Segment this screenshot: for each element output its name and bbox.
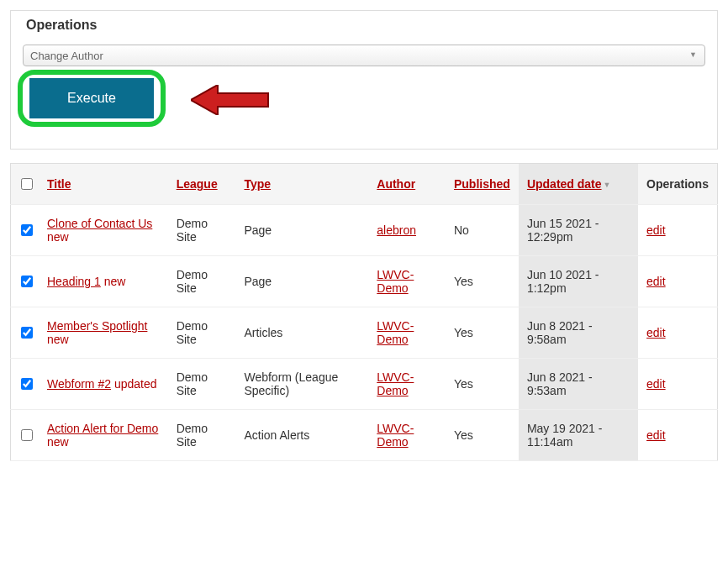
table-row: Heading 1 newDemo SitePageLWVC-DemoYesJu… bbox=[11, 256, 718, 307]
published-cell: Yes bbox=[446, 359, 519, 410]
select-all-header bbox=[11, 164, 40, 205]
operations-legend: Operations bbox=[23, 18, 100, 32]
published-cell: Yes bbox=[446, 410, 519, 461]
edit-link[interactable]: edit bbox=[646, 428, 666, 442]
header-published[interactable]: Published bbox=[446, 164, 519, 205]
title-link[interactable]: Clone of Contact Us bbox=[47, 217, 152, 230]
svg-marker-0 bbox=[191, 85, 268, 115]
operations-cell: edit bbox=[638, 205, 717, 256]
operations-cell: edit bbox=[638, 359, 717, 410]
header-operations: Operations bbox=[638, 164, 717, 205]
row-checkbox[interactable] bbox=[21, 276, 33, 287]
author-link[interactable]: alebron bbox=[377, 223, 416, 237]
author-cell: LWVC-Demo bbox=[368, 307, 446, 359]
row-checkbox[interactable] bbox=[21, 378, 33, 390]
table-row: Webform #2 updatedDemo SiteWebform (Leag… bbox=[11, 359, 718, 410]
operations-cell: edit bbox=[638, 256, 717, 307]
updated-cell: Jun 8 2021 - 9:58am bbox=[519, 307, 638, 359]
type-cell: Page bbox=[235, 256, 368, 307]
table-row: Action Alert for Demo newDemo SiteAction… bbox=[11, 410, 718, 461]
title-cell: Heading 1 new bbox=[39, 256, 168, 307]
title-suffix: new bbox=[101, 275, 126, 288]
updated-cell: Jun 15 2021 - 12:29pm bbox=[519, 205, 638, 256]
title-cell: Clone of Contact Us new bbox=[39, 205, 168, 256]
type-cell: Webform (League Specific) bbox=[235, 359, 368, 410]
row-checkbox-cell bbox=[11, 410, 40, 461]
operation-select-wrap: Change Author bbox=[23, 45, 705, 66]
league-cell: Demo Site bbox=[168, 410, 236, 461]
execute-button[interactable]: Execute bbox=[29, 78, 154, 118]
author-cell: LWVC-Demo bbox=[368, 256, 446, 307]
title-link[interactable]: Webform #2 bbox=[47, 377, 111, 391]
author-cell: LWVC-Demo bbox=[368, 359, 446, 410]
author-link[interactable]: LWVC-Demo bbox=[377, 370, 414, 397]
author-link[interactable]: LWVC-Demo bbox=[377, 319, 414, 346]
published-cell: Yes bbox=[446, 256, 519, 307]
header-updated[interactable]: Updated date▼ bbox=[519, 164, 638, 205]
league-cell: Demo Site bbox=[168, 359, 236, 410]
row-checkbox-cell bbox=[11, 307, 40, 359]
header-author[interactable]: Author bbox=[368, 164, 446, 205]
operations-cell: edit bbox=[638, 307, 717, 359]
title-suffix: new bbox=[47, 435, 69, 449]
type-cell: Page bbox=[235, 205, 368, 256]
title-suffix: updated bbox=[111, 377, 157, 391]
league-cell: Demo Site bbox=[168, 256, 236, 307]
title-link[interactable]: Heading 1 bbox=[47, 275, 101, 288]
type-cell: Action Alerts bbox=[235, 410, 368, 461]
header-updated-label: Updated date bbox=[527, 177, 602, 191]
title-cell: Webform #2 updated bbox=[39, 359, 168, 410]
row-checkbox-cell bbox=[11, 256, 40, 307]
table-row: Clone of Contact Us newDemo SitePagealeb… bbox=[11, 205, 718, 256]
edit-link[interactable]: edit bbox=[646, 377, 666, 391]
author-link[interactable]: LWVC-Demo bbox=[377, 268, 414, 295]
author-cell: LWVC-Demo bbox=[368, 410, 446, 461]
author-link[interactable]: LWVC-Demo bbox=[377, 422, 414, 449]
title-link[interactable]: Action Alert for Demo bbox=[47, 422, 158, 435]
row-checkbox-cell bbox=[11, 205, 40, 256]
table-header-row: Title League Type Author Published Updat… bbox=[11, 164, 718, 205]
title-suffix: new bbox=[47, 333, 69, 346]
author-cell: alebron bbox=[368, 205, 446, 256]
operation-select[interactable]: Change Author bbox=[23, 45, 705, 66]
edit-link[interactable]: edit bbox=[646, 326, 666, 339]
row-checkbox[interactable] bbox=[21, 429, 33, 441]
row-checkbox[interactable] bbox=[21, 224, 33, 236]
edit-link[interactable]: edit bbox=[646, 275, 666, 288]
execute-area: Execute bbox=[23, 73, 705, 123]
league-cell: Demo Site bbox=[168, 307, 236, 359]
published-cell: No bbox=[446, 205, 519, 256]
row-checkbox-cell bbox=[11, 359, 40, 410]
updated-cell: Jun 10 2021 - 1:12pm bbox=[519, 256, 638, 307]
operations-cell: edit bbox=[638, 410, 717, 461]
row-checkbox[interactable] bbox=[21, 327, 33, 339]
edit-link[interactable]: edit bbox=[646, 223, 666, 237]
title-link[interactable]: Member's Spotlight bbox=[47, 319, 147, 333]
published-cell: Yes bbox=[446, 307, 519, 359]
select-all-checkbox[interactable] bbox=[21, 178, 33, 190]
updated-cell: May 19 2021 - 11:14am bbox=[519, 410, 638, 461]
operations-fieldset: Operations Change Author Execute bbox=[10, 10, 718, 150]
header-title[interactable]: Title bbox=[39, 164, 168, 205]
type-cell: Articles bbox=[235, 307, 368, 359]
header-league[interactable]: League bbox=[168, 164, 236, 205]
arrow-left-icon bbox=[191, 85, 275, 115]
league-cell: Demo Site bbox=[168, 205, 236, 256]
title-cell: Action Alert for Demo new bbox=[39, 410, 168, 461]
updated-cell: Jun 8 2021 - 9:53am bbox=[519, 359, 638, 410]
title-cell: Member's Spotlight new bbox=[39, 307, 168, 359]
content-table: Title League Type Author Published Updat… bbox=[10, 163, 718, 461]
table-row: Member's Spotlight newDemo SiteArticlesL… bbox=[11, 307, 718, 359]
header-type[interactable]: Type bbox=[235, 164, 368, 205]
title-suffix: new bbox=[47, 230, 69, 244]
sort-desc-icon: ▼ bbox=[604, 181, 611, 189]
